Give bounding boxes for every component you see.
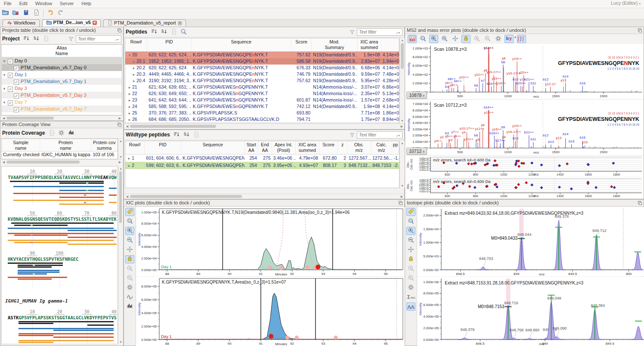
pan-button[interactable] (451, 35, 460, 43)
peptide-row[interactable]: ▸26684; 686; 685; 2050...K.GPSVFPLAPSSKS… (125, 116, 399, 123)
zoom-in-button[interactable] (429, 35, 438, 43)
by-ions-button[interactable]: by (505, 35, 514, 43)
tag-button[interactable] (125, 208, 134, 216)
dock-icon[interactable] (398, 201, 403, 207)
clear-doc-button[interactable] (169, 28, 178, 36)
tab-close-icon[interactable]: ✕ (93, 21, 97, 25)
raw-curve-button[interactable] (67, 129, 76, 137)
zoom-in-button[interactable] (406, 227, 415, 235)
expand-icon[interactable]: ▸ (127, 162, 132, 169)
report-doc-button[interactable] (31, 9, 41, 18)
dock-icon[interactable] (638, 201, 642, 207)
ms2-spectrum-1[interactable]: 0.000e+002.000e+024.000e+026.000e+028.00… (406, 44, 644, 99)
search-icon[interactable]: ⌕▾ (396, 133, 400, 138)
zoom-out-button[interactable] (125, 236, 134, 244)
mass-error-plot-2[interactable]: 6.000e-014.000e-012.000e-010.000e+00-2.0… (406, 177, 644, 198)
column-header[interactable]: Row# (125, 38, 147, 51)
tab-1[interactable]: PTM_De...ion_v5✕ (42, 19, 101, 27)
coverage-bar[interactable] (19, 321, 113, 322)
coverage-bar[interactable] (8, 233, 114, 234)
smooth-curve-button[interactable] (125, 293, 134, 301)
collapse-icon[interactable]: ▾ (2, 99, 7, 106)
clear-doc-button[interactable] (192, 131, 201, 139)
project-day-row[interactable]: ▾✓Day 1 (2, 71, 122, 78)
expand-icon[interactable]: ▸ (131, 78, 136, 84)
settings-button[interactable] (406, 284, 415, 292)
zoom-reset-button[interactable]: 1:1 (125, 217, 134, 226)
text-filter-input[interactable] (357, 131, 402, 139)
coverage-vscrollbar[interactable]: ▲▼ (118, 166, 123, 344)
project-file-row[interactable]: ✓PTM_Deamidation_v5.7_Day 7 (2, 105, 122, 112)
search-icon[interactable]: ⌕▾ (396, 31, 400, 35)
menu-help[interactable]: Help (77, 0, 95, 7)
project-file-row[interactable]: ✓PTM_Deamidation_v5.7_Day 0 (2, 64, 122, 71)
coverage-bar[interactable] (19, 328, 113, 329)
coverage-bar[interactable] (68, 244, 117, 245)
coverage-bar[interactable] (109, 188, 117, 189)
sequence-coverage-view[interactable]: 10203040TVAAPSVFIFPPSDEQLKSGTASVVCLLNNFY… (1, 166, 118, 344)
search-plus-button[interactable]: ... (179, 28, 188, 36)
coverage-table-hscroll[interactable]: ◀▶ (1, 159, 122, 164)
peptide-row[interactable]: ▸23641; 642; 643; 644; ...K.GFYPSDIAVEWE… (125, 97, 399, 103)
text-filter-input[interactable] (357, 28, 402, 36)
peptide-row[interactable]: ▸25370; 376; 377; 383; ...K.GPSVFPLAPSSK… (125, 110, 399, 116)
expand-icon[interactable]: ▸ (131, 65, 136, 71)
zoom-reset-button[interactable]: 1:1 (418, 35, 427, 43)
zoom-in-button[interactable] (125, 227, 134, 235)
coverage-bar[interactable] (18, 266, 52, 268)
column-header[interactable]: pp (392, 141, 399, 154)
user-menu[interactable]: Lucy (Editor) ▾ (611, 0, 641, 7)
column-header[interactable]: Protein cov summa (91, 139, 118, 151)
peptide-row[interactable]: ▸20.34449; 4465; 4466; 4...K.GFYPSDIAVEW… (125, 71, 399, 77)
coverage-bar[interactable] (13, 193, 104, 194)
column-header[interactable]: ˆz (338, 141, 347, 154)
clear-doc-button[interactable] (47, 129, 56, 137)
tag-button[interactable] (406, 208, 415, 216)
collapse-icon[interactable]: ▾ (127, 52, 132, 58)
peptide-row[interactable]: ▸24585; 588; 592; 595; ...K.GFYPSDIAVEWE… (125, 103, 399, 110)
zoom-prev-button[interactable] (472, 35, 481, 43)
expand-icon[interactable]: ▸ (127, 91, 132, 97)
sort-desc-button[interactable] (172, 131, 181, 139)
redo-button[interactable] (56, 9, 65, 18)
projects-hscrollbar[interactable]: ◀▶ (1, 115, 122, 120)
zoom-next-button[interactable] (483, 35, 492, 43)
clear-doc-button[interactable] (42, 35, 51, 43)
column-header[interactable]: PID (147, 38, 191, 51)
pan-button[interactable] (125, 246, 134, 254)
coverage-bar[interactable] (11, 222, 114, 224)
coverage-bar[interactable] (14, 235, 68, 236)
column-header[interactable]: Obs. m/z (347, 141, 371, 154)
coverage-bar[interactable] (18, 265, 63, 266)
coverage-bar[interactable] (59, 182, 104, 184)
funnel-icon[interactable] (349, 31, 355, 36)
zoom-prev-button[interactable] (406, 265, 415, 273)
menu-edit[interactable]: Edit (15, 0, 31, 7)
wildtype-row[interactable]: ▸1601; 604; 606; 6...K.GFYPSDIAVEWESNGQP… (125, 154, 399, 162)
peptide-row[interactable]: ▸22626; 630; 649; 650; ...K.GFYPSDIAVEWE… (125, 90, 399, 97)
open-folder-button[interactable] (0, 9, 10, 18)
coverage-bar[interactable] (53, 344, 113, 344)
coverage-bar[interactable] (68, 230, 117, 231)
expand-icon[interactable]: ▸ (131, 71, 136, 77)
raw-curve-button[interactable] (125, 303, 134, 311)
lock-button[interactable] (125, 255, 134, 263)
peptides-vscrollbar[interactable]: ▲▼ (399, 38, 405, 123)
expand-icon[interactable]: ▸ (127, 110, 132, 116)
mass-error-plot-1[interactable]: 6.000e-014.000e-012.000e-010.000e+00-2.0… (406, 156, 644, 177)
coverage-bar[interactable] (53, 330, 113, 331)
dock-icon[interactable] (117, 28, 122, 34)
column-header[interactable]: Apex Int. (Posit) (272, 141, 296, 154)
checkbox-icon[interactable]: ✓ (14, 107, 19, 112)
coverage-table-vscroll[interactable]: ▲▼ (118, 139, 123, 159)
coverage-bar[interactable] (59, 204, 104, 205)
settings-button[interactable] (494, 35, 503, 43)
column-header[interactable]: Score (319, 141, 338, 154)
peptide-row[interactable]: ▸20.2620; 622; 625; 624K.GFYPSDIAVEWESNG… (125, 65, 399, 71)
checkbox-icon[interactable]: ✓ (14, 66, 19, 71)
checkbox-icon[interactable]: ✓ (8, 73, 13, 78)
column-header[interactable]: Mod. Summary (312, 38, 357, 51)
isotope-plot-2[interactable]: 0.000e+002.000e+054.000e+056.000e+058.00… (417, 277, 644, 346)
column-header[interactable]: Score (291, 38, 312, 51)
coverage-bar[interactable] (18, 278, 52, 280)
